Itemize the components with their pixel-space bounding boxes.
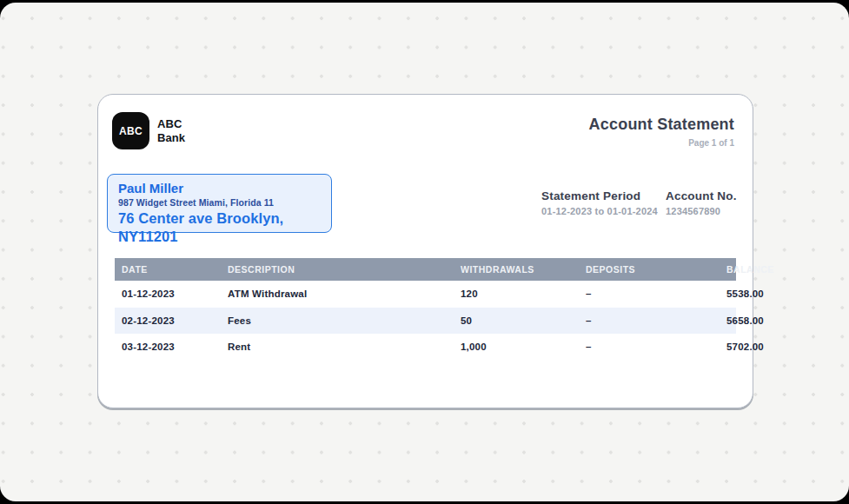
- customer-name: Paul Miller: [118, 181, 321, 196]
- table-header-row: Date Description Withdrawals Deposits Ba…: [115, 258, 736, 281]
- cell-balance: 5658.00: [726, 315, 774, 326]
- column-header-balance: Balance: [726, 264, 785, 275]
- bank-name-line2: Bank: [157, 131, 185, 145]
- cell-balance: 5538.00: [726, 288, 774, 299]
- cell-withdrawals: 50: [461, 315, 586, 326]
- page-title: Account Statement: [589, 116, 734, 134]
- bank-name: ABC Bank: [157, 117, 185, 145]
- cell-description: Fees: [228, 315, 461, 326]
- cell-deposits: –: [586, 288, 726, 299]
- statement-period-value: 01-12-2023 to 01-01-2024: [541, 206, 658, 216]
- page-number: Page 1 of 1: [688, 138, 734, 148]
- account-number-value: 1234567890: [666, 206, 737, 216]
- transactions-table: Date Description Withdrawals Deposits Ba…: [115, 258, 736, 361]
- cell-deposits: –: [586, 315, 726, 326]
- customer-address-box: Paul Miller 987 Widget Street Miami, Flo…: [107, 174, 332, 233]
- statement-period: Statement Period 01-12-2023 to 01-01-202…: [541, 189, 658, 216]
- account-statement-card: ABC ABC Bank Account Statement Page 1 of…: [97, 94, 753, 408]
- cell-date: 01-12-2023: [115, 288, 228, 299]
- cell-description: Rent: [228, 342, 461, 352]
- account-number-label: Account No.: [666, 189, 737, 202]
- statement-period-label: Statement Period: [541, 189, 658, 202]
- bank-name-line1: ABC: [157, 117, 185, 131]
- account-number: Account No. 1234567890: [666, 189, 737, 216]
- cell-date: 02-12-2023: [115, 315, 228, 326]
- column-header-description: Description: [228, 264, 461, 275]
- bank-logo-icon: ABC: [112, 112, 149, 149]
- bank-logo-block: ABC ABC Bank: [112, 112, 185, 149]
- column-header-withdrawals: Withdrawals: [461, 264, 586, 275]
- cell-deposits: –: [586, 342, 726, 352]
- cell-withdrawals: 120: [461, 288, 586, 299]
- column-header-date: Date: [115, 264, 228, 275]
- customer-address-line2: 76 Center ave Brooklyn, NY11201: [118, 209, 321, 246]
- cell-withdrawals: 1,000: [461, 342, 586, 352]
- table-row: 03-12-2023 Rent 1,000 – 5702.00: [115, 334, 736, 361]
- column-header-deposits: Deposits: [586, 264, 726, 275]
- table-row: 01-12-2023 ATM Withdrawal 120 – 5538.00: [115, 281, 736, 308]
- cell-balance: 5702.00: [726, 342, 774, 352]
- cell-description: ATM Withdrawal: [228, 288, 461, 299]
- bank-logo-text: ABC: [119, 125, 143, 137]
- customer-address-line1: 987 Widget Street Miami, Florida 11: [118, 196, 321, 209]
- table-row: 02-12-2023 Fees 50 – 5658.00: [115, 308, 736, 335]
- cell-date: 03-12-2023: [115, 342, 228, 352]
